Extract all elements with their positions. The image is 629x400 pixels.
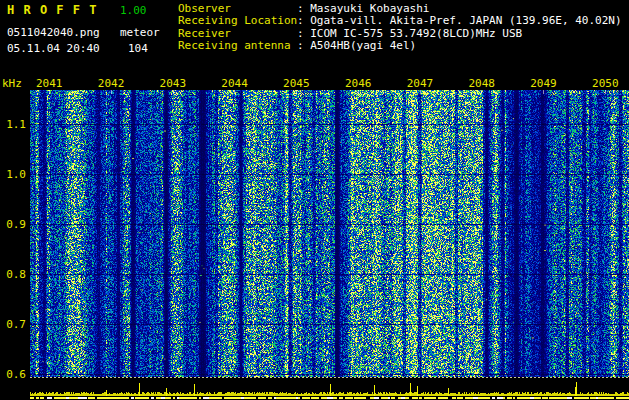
mode-label: meteor [120, 26, 160, 39]
time-tick-label: 2048 [468, 77, 495, 90]
time-tick-label: 2044 [221, 77, 248, 90]
time-tick-label: 2049 [530, 77, 557, 90]
info-label: Receiving Location [178, 15, 297, 27]
time-tick-label: 2050 [592, 77, 619, 90]
freq-tick-label: 0.7 [0, 318, 26, 331]
count-value: 104 [128, 42, 148, 55]
freq-tick-label: 0.9 [0, 218, 26, 231]
info-value: : ICOM IC-575 53.7492(8LCD)MHz USB [297, 27, 522, 40]
time-tick-label: 2042 [98, 77, 125, 90]
info-value: : A504HB(yagi 4el) [297, 39, 416, 52]
time-axis: 2041204220432044204520462047204820492050 [0, 77, 629, 89]
spectrogram-canvas [30, 90, 629, 377]
time-tick-label: 2041 [36, 77, 63, 90]
freq-tick-label: 0.6 [0, 368, 26, 381]
freq-tick-label: 1.0 [0, 168, 26, 181]
info-row: Receiving antenna: A504HB(yagi 4el) [178, 40, 622, 52]
app-title: H R O F F T [7, 3, 97, 17]
time-tick-label: 2043 [160, 77, 187, 90]
output-filename: 0511042040.png [7, 26, 100, 39]
app-version: 1.00 [120, 4, 147, 17]
info-label: Receiving antenna [178, 40, 297, 52]
hrofft-output-screen: H R O F F T 1.00 0511042040.png meteor 0… [0, 0, 629, 400]
observation-datetime: 05.11.04 20:40 [7, 42, 100, 55]
time-tick-label: 2046 [345, 77, 372, 90]
time-tick-label: 2045 [283, 77, 310, 90]
freq-tick-label: 0.8 [0, 268, 26, 281]
info-value: : Masayuki Kobayashi [297, 2, 429, 15]
time-tick-label: 2047 [407, 77, 434, 90]
info-value: : Ogata-vill. Akita-Pref. JAPAN (139.96E… [297, 14, 622, 27]
signal-level-strip-canvas [30, 377, 629, 400]
observation-info-block: Observer: Masayuki KobayashiReceiving Lo… [178, 3, 622, 53]
freq-tick-label: 1.1 [0, 118, 26, 131]
